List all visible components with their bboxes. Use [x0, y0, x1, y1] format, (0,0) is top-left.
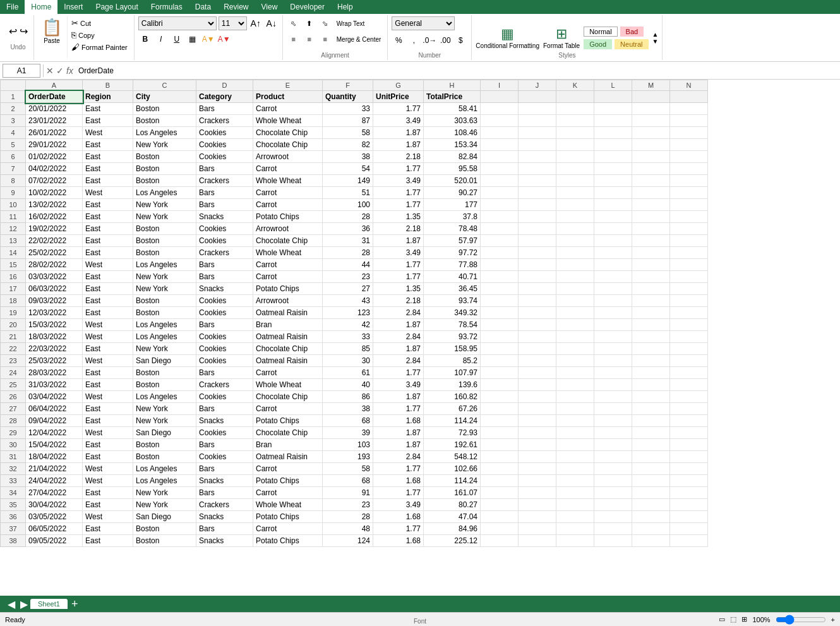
cell-32-A[interactable]: 21/04/2022	[26, 463, 83, 475]
cell-3-J[interactable]	[519, 115, 556, 127]
cell-18-A[interactable]: 09/03/2022	[26, 295, 83, 307]
copy-button[interactable]: ⎘ Copy	[70, 30, 129, 40]
cell-15-M[interactable]	[632, 259, 670, 271]
cell-25-B[interactable]: East	[83, 379, 133, 391]
cell-26-F[interactable]: 86	[323, 391, 373, 403]
cell-19-D[interactable]: Cookies	[196, 307, 253, 319]
cell-16-M[interactable]	[632, 271, 670, 283]
cell-19-B[interactable]: East	[83, 307, 133, 319]
styles-scroll-down[interactable]: ▼	[652, 38, 659, 45]
cell-17-I[interactable]	[481, 283, 519, 295]
cancel-formula-icon[interactable]: ✕	[46, 66, 54, 76]
cell-20-D[interactable]: Bars	[196, 319, 253, 331]
cell-21-D[interactable]: Cookies	[196, 331, 253, 343]
cell-31-M[interactable]	[632, 451, 670, 463]
cell-32-M[interactable]	[632, 463, 670, 475]
cell-34-N[interactable]	[670, 487, 708, 499]
cell-21-B[interactable]: West	[83, 331, 133, 343]
cell-14-L[interactable]	[594, 247, 632, 259]
view-layout-icon[interactable]: ⬚	[730, 615, 736, 623]
cell-15-F[interactable]: 44	[323, 259, 373, 271]
cell-15-D[interactable]: Bars	[196, 259, 253, 271]
style-neutral[interactable]: Neutral	[615, 39, 648, 49]
cell-2-G[interactable]: 1.77	[373, 103, 424, 115]
cell-13-E[interactable]: Chocolate Chip	[253, 235, 323, 247]
cell-29-N[interactable]	[670, 427, 708, 439]
cell-4-H[interactable]: 108.46	[424, 127, 481, 139]
header-cell-H[interactable]: TotalPrice	[424, 91, 481, 103]
cell-20-I[interactable]	[481, 319, 519, 331]
cell-38-F[interactable]: 124	[323, 535, 373, 547]
cell-23-B[interactable]: West	[83, 355, 133, 367]
cell-26-M[interactable]	[632, 391, 670, 403]
cell-30-C[interactable]: Boston	[133, 439, 196, 451]
cell-31-L[interactable]	[594, 451, 632, 463]
formula-input[interactable]	[76, 64, 837, 78]
cell-5-F[interactable]: 82	[323, 139, 373, 151]
cell-14-E[interactable]: Whole Wheat	[253, 247, 323, 259]
cell-26-G[interactable]: 1.87	[373, 391, 424, 403]
cell-22-I[interactable]	[481, 343, 519, 355]
cell-31-C[interactable]: Boston	[133, 451, 196, 463]
cell-29-M[interactable]	[632, 427, 670, 439]
format-table-button[interactable]: ⊞ Format Table	[543, 26, 580, 50]
cell-36-M[interactable]	[632, 511, 670, 523]
cell-4-D[interactable]: Cookies	[196, 127, 253, 139]
tab-home[interactable]: Home	[25, 0, 57, 14]
cell-7-D[interactable]: Bars	[196, 163, 253, 175]
cell-17-E[interactable]: Potato Chips	[253, 283, 323, 295]
undo-button[interactable]: ↩	[9, 25, 17, 37]
tab-page-layout[interactable]: Page Layout	[89, 0, 144, 14]
cell-16-J[interactable]	[519, 271, 556, 283]
cell-4-E[interactable]: Chocolate Chip	[253, 127, 323, 139]
col-header-L[interactable]: L	[594, 80, 632, 91]
italic-button[interactable]: I	[154, 32, 168, 46]
currency-button[interactable]: $	[453, 33, 467, 47]
cell-4-J[interactable]	[519, 127, 556, 139]
cell-25-N[interactable]	[670, 379, 708, 391]
cell-20-J[interactable]	[519, 319, 556, 331]
cell-32-I[interactable]	[481, 463, 519, 475]
view-normal-icon[interactable]: ▭	[719, 615, 725, 623]
cell-2-B[interactable]: East	[83, 103, 133, 115]
col-header-K[interactable]: K	[556, 80, 594, 91]
cell-36-J[interactable]	[519, 511, 556, 523]
cell-14-G[interactable]: 3.49	[373, 247, 424, 259]
cell-34-J[interactable]	[519, 487, 556, 499]
cell-2-A[interactable]: 20/01/2022	[26, 103, 83, 115]
cell-23-D[interactable]: Cookies	[196, 355, 253, 367]
cell-8-A[interactable]: 07/02/2022	[26, 175, 83, 187]
cell-32-K[interactable]	[556, 463, 594, 475]
cell-27-F[interactable]: 38	[323, 403, 373, 415]
decrease-decimal-button[interactable]: .00	[438, 33, 452, 47]
cell-17-B[interactable]: East	[83, 283, 133, 295]
cell-3-M[interactable]	[632, 115, 670, 127]
cell-28-A[interactable]: 09/04/2022	[26, 415, 83, 427]
cell-2-C[interactable]: Boston	[133, 103, 196, 115]
cell-26-E[interactable]: Chocolate Chip	[253, 391, 323, 403]
cell-12-F[interactable]: 36	[323, 223, 373, 235]
cell-7-F[interactable]: 54	[323, 163, 373, 175]
cell-6-L[interactable]	[594, 151, 632, 163]
header-cell-D[interactable]: Category	[196, 91, 253, 103]
align-left-button[interactable]: ≡	[287, 32, 301, 46]
cell-17-N[interactable]	[670, 283, 708, 295]
cell-38-M[interactable]	[632, 535, 670, 547]
cell-27-D[interactable]: Bars	[196, 403, 253, 415]
cell-37-K[interactable]	[556, 523, 594, 535]
cell-28-H[interactable]: 114.24	[424, 415, 481, 427]
cell-24-M[interactable]	[632, 367, 670, 379]
cell-35-K[interactable]	[556, 499, 594, 511]
cell-26-H[interactable]: 160.82	[424, 391, 481, 403]
cell-36-K[interactable]	[556, 511, 594, 523]
cell-24-E[interactable]: Carrot	[253, 367, 323, 379]
cell-17-H[interactable]: 36.45	[424, 283, 481, 295]
cell-19-G[interactable]: 2.84	[373, 307, 424, 319]
cell-37-B[interactable]: East	[83, 523, 133, 535]
number-format-select[interactable]: GeneralNumberCurrencyPercentage	[392, 16, 455, 30]
cell-8-E[interactable]: Whole Wheat	[253, 175, 323, 187]
cell-27-H[interactable]: 67.26	[424, 403, 481, 415]
cell-4-N[interactable]	[670, 127, 708, 139]
cell-38-I[interactable]	[481, 535, 519, 547]
cell-33-G[interactable]: 1.68	[373, 475, 424, 487]
